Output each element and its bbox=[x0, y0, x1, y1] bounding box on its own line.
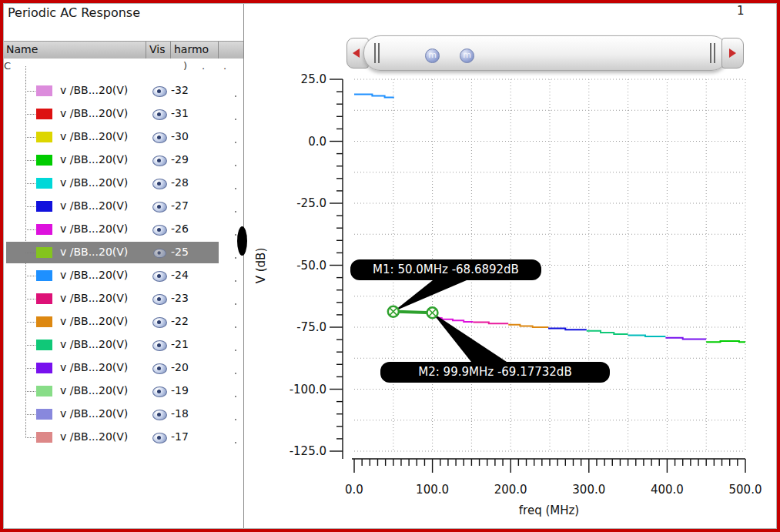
table-row[interactable]: v /BB...20(V)-24 bbox=[3, 264, 239, 287]
harmonic-value: -31 bbox=[171, 107, 189, 119]
visibility-eye-icon[interactable] bbox=[152, 410, 167, 420]
visibility-eye-icon[interactable] bbox=[152, 433, 167, 443]
marker-point-icon[interactable] bbox=[427, 307, 437, 318]
svg-text:-100.0: -100.0 bbox=[290, 383, 326, 396]
table-row[interactable]: v /BB...20(V)-17 bbox=[3, 426, 239, 449]
harmonic-value: -21 bbox=[171, 338, 189, 350]
row-dot bbox=[235, 234, 236, 236]
marker-badge-icon[interactable]: m bbox=[460, 49, 474, 63]
row-dot bbox=[235, 188, 236, 189]
visibility-eye-icon[interactable] bbox=[152, 294, 167, 305]
harmonic-value: -23 bbox=[171, 292, 189, 304]
table-row[interactable]: v /BB...20(V)-18 bbox=[3, 403, 239, 426]
color-swatch bbox=[36, 409, 52, 420]
svg-text:-25.0: -25.0 bbox=[296, 196, 326, 210]
signal-list: C)..v /BB...20(V)-32v /BB...20(V)-31v /B… bbox=[3, 59, 244, 525]
visibility-eye-icon[interactable] bbox=[152, 86, 167, 97]
table-row[interactable]: v /BB...20(V)-22 bbox=[3, 310, 239, 333]
column-header-harmo[interactable]: harmo bbox=[174, 43, 209, 55]
table-row[interactable]: v /BB...20(V)-19 bbox=[3, 380, 239, 403]
row-dot bbox=[235, 119, 236, 120]
column-header-vis[interactable]: Vis bbox=[149, 43, 165, 55]
marker-badge-icon[interactable]: m bbox=[425, 49, 440, 63]
harmonic-value: -27 bbox=[171, 199, 189, 212]
visibility-eye-icon[interactable] bbox=[152, 317, 167, 328]
panel-splitter[interactable] bbox=[243, 3, 244, 529]
visibility-eye-icon[interactable] bbox=[152, 363, 167, 374]
svg-text:-50.0: -50.0 bbox=[296, 259, 326, 273]
signal-name: v /BB...20(V) bbox=[60, 176, 128, 189]
thumb-right-grip-icon[interactable] bbox=[710, 43, 716, 63]
row-dot bbox=[235, 419, 236, 420]
tree-branch bbox=[25, 114, 37, 115]
harmonic-value: -19 bbox=[171, 384, 189, 396]
color-swatch bbox=[36, 224, 52, 235]
marker-point-icon[interactable] bbox=[388, 306, 399, 317]
trace bbox=[587, 331, 628, 334]
table-header: Name Vis harmo bbox=[3, 41, 244, 59]
column-separator[interactable] bbox=[146, 42, 146, 59]
signal-name: v /BB...20(V) bbox=[60, 84, 128, 96]
scroll-right-button[interactable] bbox=[721, 38, 744, 69]
splitter-handle[interactable] bbox=[237, 226, 247, 256]
row-dot bbox=[235, 165, 236, 166]
svg-text:100.0: 100.0 bbox=[416, 483, 449, 497]
harmonic-value: -25 bbox=[171, 246, 189, 258]
visibility-eye-icon[interactable] bbox=[152, 271, 167, 282]
visibility-eye-icon[interactable] bbox=[153, 249, 166, 258]
row-dot bbox=[235, 142, 236, 143]
table-row[interactable]: v /BB...20(V)-32 bbox=[3, 79, 239, 102]
visibility-eye-icon[interactable] bbox=[152, 109, 167, 120]
signal-name: v /BB...20(V) bbox=[60, 407, 128, 420]
column-separator[interactable] bbox=[170, 42, 171, 59]
table-row[interactable]: v /BB...20(V)-25 bbox=[3, 241, 239, 264]
trace bbox=[548, 329, 587, 330]
table-row[interactable]: v /BB...20(V)-29 bbox=[3, 149, 239, 172]
clipped-row-fragment: C bbox=[4, 60, 11, 72]
color-swatch bbox=[36, 155, 52, 166]
svg-text:200.0: 200.0 bbox=[494, 483, 527, 497]
table-row[interactable]: v /BB...20(V)-28 bbox=[3, 172, 239, 195]
table-row[interactable]: v /BB...20(V)-27 bbox=[3, 195, 239, 218]
thumb-left-grip-icon[interactable] bbox=[374, 43, 380, 63]
svg-text:500.0: 500.0 bbox=[729, 483, 762, 497]
table-row[interactable]: v /BB...20(V)-30 bbox=[3, 125, 239, 149]
row-dot bbox=[235, 303, 236, 305]
table-row[interactable]: v /BB...20(V)-26 bbox=[3, 218, 239, 241]
visibility-eye-icon[interactable] bbox=[152, 132, 167, 143]
signal-name: v /BB...20(V) bbox=[60, 199, 128, 212]
color-swatch bbox=[36, 386, 52, 396]
color-swatch bbox=[36, 363, 52, 373]
visibility-eye-icon[interactable] bbox=[152, 340, 167, 351]
signal-name: v /BB...20(V) bbox=[60, 315, 128, 327]
table-row[interactable]: v /BB...20(V)-23 bbox=[3, 287, 239, 310]
table-row[interactable]: v /BB...20(V)-31 bbox=[3, 102, 239, 125]
harmonic-value: -18 bbox=[171, 407, 189, 420]
color-swatch bbox=[36, 178, 52, 189]
visibility-eye-icon[interactable] bbox=[152, 156, 167, 166]
table-row[interactable]: v /BB...20(V)-21 bbox=[3, 333, 239, 356]
row-dot bbox=[235, 95, 236, 97]
signal-name: v /BB...20(V) bbox=[60, 384, 128, 396]
column-separator[interactable] bbox=[218, 42, 219, 59]
right-arrow-icon bbox=[729, 49, 736, 58]
column-header-name[interactable]: Name bbox=[6, 43, 38, 55]
svg-text:-125.0: -125.0 bbox=[290, 444, 326, 458]
visibility-eye-icon[interactable] bbox=[152, 179, 167, 189]
tree-branch bbox=[25, 414, 37, 415]
row-dot bbox=[235, 350, 236, 351]
visibility-eye-icon[interactable] bbox=[152, 386, 167, 397]
clipped-row-fragment: . bbox=[223, 60, 226, 72]
harmonic-value: -20 bbox=[171, 361, 189, 373]
tree-branch bbox=[25, 137, 37, 138]
scrollbar-thumb[interactable]: m m bbox=[363, 35, 728, 71]
marker-callout-m1[interactable]: M1: 50.0MHz -68.6892dB bbox=[350, 259, 541, 280]
marker-callout-m2[interactable]: M2: 99.9MHz -69.17732dB bbox=[380, 362, 610, 383]
table-row[interactable]: v /BB...20(V)-20 bbox=[3, 356, 239, 380]
harmonic-value: -17 bbox=[171, 430, 189, 443]
visibility-eye-icon[interactable] bbox=[152, 225, 167, 236]
visibility-eye-icon[interactable] bbox=[152, 202, 167, 212]
marker-pointer bbox=[393, 280, 467, 312]
signal-name: v /BB...20(V) bbox=[60, 361, 128, 373]
trace bbox=[628, 336, 666, 336]
